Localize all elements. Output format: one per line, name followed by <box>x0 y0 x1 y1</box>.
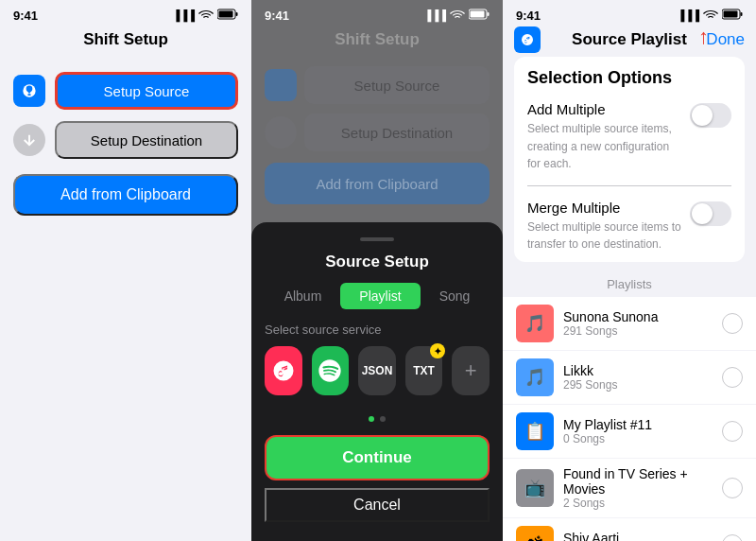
playlist-item[interactable]: 🎵Sunona Sunona291 Songs <box>503 297 756 350</box>
svg-rect-2 <box>219 11 233 18</box>
json-icon[interactable]: JSON <box>358 346 396 395</box>
playlist-info: Found in TV Series + Movies2 Songs <box>563 466 713 510</box>
merge-multiple-option: Merge Multiple Select multiple source it… <box>514 190 745 262</box>
panel2-btns: Setup Source Setup Destination Add from … <box>251 57 503 214</box>
done-button[interactable]: Done <box>706 30 745 49</box>
tab-album[interactable]: Album <box>266 283 341 309</box>
playlist-count: 0 Songs <box>563 432 713 445</box>
battery-icon-3 <box>722 9 743 22</box>
select-service-label: Select source service <box>265 323 490 337</box>
playlist-radio[interactable] <box>722 367 743 388</box>
playlist-radio[interactable] <box>722 534 743 541</box>
playlist-count: 2 Songs <box>563 497 713 510</box>
wifi-icon <box>198 9 214 22</box>
panel1-title: Shift Setup <box>83 30 168 49</box>
setup-dest-row: Setup Destination <box>13 121 238 159</box>
playlist-name: My Playlist #11 <box>563 417 713 432</box>
playlist-item[interactable]: 📺Found in TV Series + Movies2 Songs <box>503 459 756 517</box>
status-bar-1: 9:41 ▐▐▐ <box>0 0 251 26</box>
playlist-thumb: 🎵 <box>516 358 554 396</box>
cancel-button[interactable]: Cancel <box>265 488 490 522</box>
playlists-list: 🎵Sunona Sunona291 Songs🎵Likkk295 Songs📋M… <box>503 297 756 541</box>
svg-rect-8 <box>471 11 485 18</box>
playlist-info: Likkk295 Songs <box>563 363 713 392</box>
playlist-info: My Playlist #110 Songs <box>563 417 713 445</box>
source-setup-sheet: Source Setup Album Playlist Song Select … <box>251 222 503 541</box>
battery-icon-2 <box>469 9 490 22</box>
playlist-thumb: 📋 <box>516 412 554 450</box>
dest-icon <box>13 124 45 156</box>
setup-destination-button[interactable]: Setup Destination <box>55 121 238 159</box>
playlist-radio[interactable] <box>722 421 743 442</box>
svg-rect-10 <box>741 12 743 16</box>
svg-rect-7 <box>488 12 490 16</box>
add-multiple-option: Add Multiple Select multiple source item… <box>514 92 745 182</box>
playlist-count: 295 Songs <box>563 378 713 392</box>
selection-options-title: Selection Options <box>514 57 745 92</box>
sheet-tabs: Album Playlist Song <box>265 283 490 309</box>
merge-multiple-desc: Select multiple source items to transfer… <box>527 220 681 252</box>
nav-bar-1: Shift Setup <box>0 26 251 57</box>
selection-options-card: Selection Options Add Multiple Select mu… <box>514 57 745 262</box>
apple-music-icon[interactable] <box>265 346 302 395</box>
status-time-1: 9:41 <box>13 9 38 23</box>
playlist-info: Shiv Aarti2 Songs <box>563 531 713 541</box>
panel2-nav: Shift Setup <box>251 26 503 57</box>
panel-3: 9:41 ▐▐▐ Source Playlist ↑ Done Selectio… <box>503 0 756 541</box>
sheet-handle <box>360 237 394 241</box>
playlist-radio[interactable] <box>722 313 743 334</box>
add-multiple-desc: Select multiple source items, creating a… <box>527 122 672 170</box>
playlist-name: Found in TV Series + Movies <box>563 466 713 497</box>
other-icon[interactable]: + <box>452 346 490 395</box>
playlist-info: Sunona Sunona291 Songs <box>563 309 713 338</box>
add-multiple-label: Add Multiple <box>527 101 682 117</box>
signal-icon-3: ▐▐▐ <box>678 9 699 21</box>
playlist-item[interactable]: 🕉Shiv Aarti2 Songs <box>503 518 756 541</box>
continue-button[interactable]: Continue <box>265 435 490 480</box>
status-bar-2: 9:41 ▐▐▐ <box>251 0 503 26</box>
playlist-count: 291 Songs <box>563 324 713 338</box>
panel-1: 9:41 ▐▐▐ Shift Setup Setup Source <box>0 0 251 541</box>
panel1-content: Setup Source Setup Destination Add from … <box>0 57 251 235</box>
status-time-2: 9:41 <box>265 9 289 23</box>
setup-source-row: Setup Source <box>13 72 238 110</box>
signal-icon: ▐▐▐ <box>173 9 195 21</box>
panel2-clipboard-dim: Add from Clipboard <box>265 163 490 204</box>
setup-source-button[interactable]: Setup Source <box>55 72 238 110</box>
add-multiple-toggle[interactable] <box>690 103 731 128</box>
playlist-radio[interactable] <box>722 478 743 498</box>
svg-rect-11 <box>724 11 738 18</box>
panel2-dest-btn-dim: Setup Destination <box>304 113 490 151</box>
service-icons: JSON TXT ✦ + <box>265 346 490 395</box>
panel3-service-icon <box>514 26 541 53</box>
playlist-thumb: 🕉 <box>516 526 554 541</box>
signal-icon-2: ▐▐▐ <box>424 9 446 21</box>
playlist-item[interactable]: 🎵Likkk295 Songs <box>503 351 756 404</box>
tab-song[interactable]: Song <box>421 283 490 309</box>
status-icons-2: ▐▐▐ <box>424 9 490 22</box>
playlist-item[interactable]: 📋My Playlist #110 Songs <box>503 405 756 458</box>
svg-rect-1 <box>236 12 238 16</box>
merge-multiple-toggle[interactable] <box>690 201 731 226</box>
status-time-3: 9:41 <box>516 9 541 23</box>
spotify-icon[interactable] <box>312 346 350 395</box>
panel-2: 9:41 ▐▐▐ Shift Setup Setup Source Setup … <box>251 0 503 541</box>
txt-icon[interactable]: TXT ✦ <box>405 346 443 395</box>
playlist-name: Likkk <box>563 363 713 378</box>
source-service-icon <box>13 75 45 107</box>
sheet-title: Source Setup <box>265 253 490 271</box>
svg-rect-4 <box>27 94 30 96</box>
status-bar-3: 9:41 ▐▐▐ <box>503 0 756 26</box>
wifi-icon-3 <box>703 9 718 22</box>
panel3-nav: Source Playlist ↑ Done <box>503 26 756 57</box>
playlist-thumb: 🎵 <box>516 305 554 342</box>
playlist-name: Sunona Sunona <box>563 309 713 324</box>
wifi-icon-2 <box>450 9 465 22</box>
playlists-section-label: Playlists <box>503 268 756 297</box>
txt-badge: ✦ <box>430 343 445 358</box>
panel2-source-btn-dim: Setup Source <box>304 66 490 104</box>
status-icons-1: ▐▐▐ <box>173 9 238 22</box>
add-clipboard-button[interactable]: Add from Clipboard <box>13 174 238 216</box>
playlist-name: Shiv Aarti <box>563 531 713 541</box>
tab-playlist[interactable]: Playlist <box>340 283 420 309</box>
